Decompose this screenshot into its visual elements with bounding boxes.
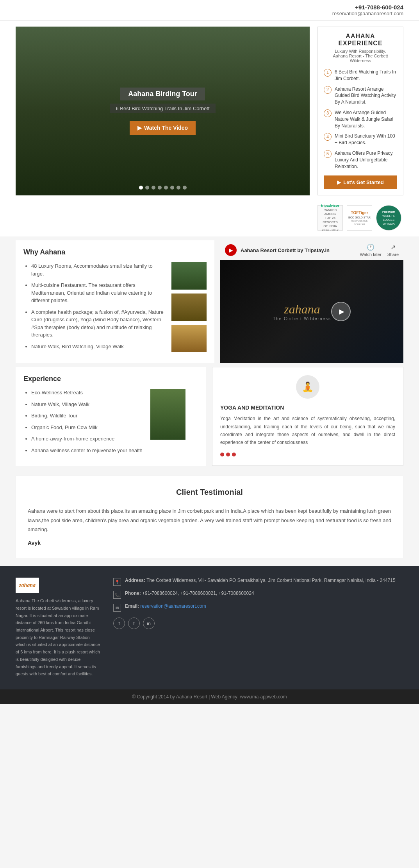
experience-images xyxy=(150,389,185,458)
yoga-text: Yoga Meditation is the art and science o… xyxy=(220,415,395,447)
header-email: reservation@aahanaresort.com xyxy=(332,11,403,16)
why-images xyxy=(171,262,207,354)
experience-box-item: 2Aahana Resort Arrange Guided Bird Watch… xyxy=(324,86,397,106)
hero-dot-1[interactable] xyxy=(139,186,143,190)
testimonial-author: Avyk xyxy=(28,540,391,546)
hero-dot-3[interactable] xyxy=(152,186,155,190)
award-wildlife: PREMIUM WILDLIFE LODGES OF INDIA xyxy=(376,205,401,231)
hero-dot-6[interactable] xyxy=(170,186,174,190)
play-button[interactable] xyxy=(331,302,351,321)
hero-subtitle-box: 6 Best Bird Watching Trails In Jim Corbe… xyxy=(110,104,215,113)
hero-video-container: Aahana Birding Tour 6 Best Bird Watching… xyxy=(16,27,310,195)
hero-dot-2[interactable] xyxy=(145,186,149,190)
why-image-1 xyxy=(171,262,207,290)
share-icon: ↗ xyxy=(390,243,396,251)
footer-social: f t in xyxy=(113,617,403,629)
experience-box-item: 3We Also Arrange Guided Nature Walk & Ju… xyxy=(324,109,397,129)
why-aahana-inner: 48 Luxury Rooms, Accommodates small size… xyxy=(23,262,207,354)
video-section: ▶ Aahana Resort Corbett by Tripstay.in 🕐… xyxy=(220,240,403,363)
yoga-dots xyxy=(220,453,395,456)
experience-box-item: 4Mini Bird Sanctuary With 100 + Bird Spe… xyxy=(324,133,397,146)
yoga-dot-1 xyxy=(220,453,224,456)
footer-description: Aahana The Corbett wilderness, a luxury … xyxy=(16,597,102,678)
why-aahana-item: Multi-cuisine Restaurant. The restaurant… xyxy=(31,281,164,304)
testimonial-text: Aahana were to start from about this pla… xyxy=(28,506,391,534)
youtube-icon: ▶ xyxy=(225,244,237,256)
footer-email-link[interactable]: reservation@aahanaresort.com xyxy=(140,603,206,609)
experience-title: AAHANA EXPERIENCE xyxy=(324,33,397,47)
why-image-2 xyxy=(171,294,207,321)
header-contact: +91-7088-600-024 reservation@aahanaresor… xyxy=(332,4,403,16)
experience-box-item: 5Aahana Offers Pure Privacy, Luxury And … xyxy=(324,150,397,170)
video-actions: 🕐 Watch later ↗ Share xyxy=(360,243,399,257)
two-col-top: Why Aahana 48 Luxury Rooms, Accommodates… xyxy=(16,240,403,363)
video-player[interactable]: zahana The Corbett Wilderness xyxy=(220,260,403,363)
main-row-2: Experience Eco-Wellness RetreatsNature W… xyxy=(0,363,419,472)
hero-dots xyxy=(139,186,187,190)
hero-dot-8[interactable] xyxy=(183,186,187,190)
yoga-dot-3 xyxy=(232,453,236,456)
experience-image xyxy=(150,389,185,440)
video-logo-sub: The Corbett Wilderness xyxy=(273,317,331,321)
experience-item: A home-away-from-home experience xyxy=(31,435,143,443)
award-toft: TOFTiger ECO GOLD STAR RESPONSIBLE TOURI… xyxy=(347,205,372,231)
twitter-button[interactable]: t xyxy=(128,617,140,629)
why-aahana-panel: Why Aahana 48 Luxury Rooms, Accommodates… xyxy=(16,240,214,363)
experience-inner: Eco-Wellness RetreatsNature Walk, Villag… xyxy=(23,389,198,458)
watch-video-button[interactable]: Watch The Video xyxy=(130,121,196,135)
copyright: © Copyright 2014 by Aahana Resort | Web … xyxy=(0,689,419,704)
hero-title-box: Aahana Birding Tour xyxy=(120,88,205,100)
footer-contact: 📍 Address: The Corbett Wilderness, Vill-… xyxy=(113,578,403,678)
experience-list-items: Eco-Wellness RetreatsNature Walk, Villag… xyxy=(23,389,143,458)
video-title: Aahana Resort Corbett by Tripstay.in xyxy=(241,247,356,253)
experience-subtitle: Luxury With Responsibility. Aahana Resor… xyxy=(324,49,397,63)
testimonial-title: Client Testimonial xyxy=(28,488,391,497)
footer-email: ✉ Email: reservation@aahanaresort.com xyxy=(113,603,403,612)
video-top-bar: ▶ Aahana Resort Corbett by Tripstay.in 🕐… xyxy=(220,240,403,260)
footer-phone: 📞 Phone: +91-7088600024, +91-7088600021,… xyxy=(113,591,403,599)
footer-inner: zahana Aahana The Corbett wilderness, a … xyxy=(16,578,403,678)
award-tripadvisor: tripadvisor RANKED AMONG TOP 25 RESORTS … xyxy=(317,205,343,231)
clock-icon: 🕐 xyxy=(367,243,374,251)
hero-dot-7[interactable] xyxy=(177,186,180,190)
yoga-panel: 🧘 YOGA AND MEDITATION Yoga Meditation is… xyxy=(212,367,403,466)
experience-box: AAHANA EXPERIENCE Luxury With Responsibi… xyxy=(317,27,403,195)
experience-item: Birding, Wildlife Tour xyxy=(31,412,143,420)
awards-section: tripadvisor RANKED AMONG TOP 25 RESORTS … xyxy=(0,201,419,236)
lets-started-button[interactable]: Let's Get Started xyxy=(324,175,397,189)
experience-item: Nature Walk, Village Walk xyxy=(31,401,143,408)
testimonial-section: Client Testimonial Aahana were to start … xyxy=(16,476,403,558)
why-aahana-title: Why Aahana xyxy=(23,248,207,256)
experience-panel: Experience Eco-Wellness RetreatsNature W… xyxy=(16,367,206,466)
experience-list: 16 Best Bird Watching Trails In Jim Corb… xyxy=(324,69,397,170)
yoga-icon: 🧘 xyxy=(296,375,319,399)
why-aahana-item: Nature Walk, Bird Watching, Village Walk xyxy=(31,343,164,351)
hero-overlay: Aahana Birding Tour 6 Best Bird Watching… xyxy=(16,27,310,195)
why-aahana-item: A complete health package; a fusion of, … xyxy=(31,308,164,339)
footer-address: 📍 Address: The Corbett Wilderness, Vill-… xyxy=(113,578,403,586)
linkedin-button[interactable]: in xyxy=(143,617,155,629)
yoga-dot-2 xyxy=(226,453,230,456)
header-phone: +91-7088-600-024 xyxy=(332,4,403,11)
video-logo-text: zahana xyxy=(273,302,331,317)
watch-later-button[interactable]: 🕐 Watch later xyxy=(360,243,381,257)
yoga-title: YOGA AND MEDITATION xyxy=(220,404,395,411)
hero-section: Aahana Birding Tour 6 Best Bird Watching… xyxy=(0,21,419,201)
page-header: +91-7088-600-024 reservation@aahanaresor… xyxy=(0,0,419,21)
main-row-1: Why Aahana 48 Luxury Rooms, Accommodates… xyxy=(0,236,419,363)
footer: zahana Aahana The Corbett wilderness, a … xyxy=(0,566,419,689)
video-logo: zahana The Corbett Wilderness xyxy=(273,302,331,321)
video-player-inner: zahana The Corbett Wilderness xyxy=(220,260,403,363)
experience-item: Organic Food, Pure Cow Milk xyxy=(31,424,143,431)
hero-dot-5[interactable] xyxy=(164,186,168,190)
why-aahana-list: 48 Luxury Rooms, Accommodates small size… xyxy=(23,262,164,354)
share-button[interactable]: ↗ Share xyxy=(387,243,399,257)
hero-title: Aahana Birding Tour xyxy=(128,90,197,98)
experience-title-label: Experience xyxy=(23,375,198,383)
two-col-bottom: Experience Eco-Wellness RetreatsNature W… xyxy=(16,367,403,466)
facebook-button[interactable]: f xyxy=(113,617,125,629)
footer-logo-image: zahana xyxy=(16,578,39,593)
experience-item: Eco-Wellness Retreats xyxy=(31,389,143,397)
hero-dot-4[interactable] xyxy=(158,186,162,190)
footer-logo-section: zahana Aahana The Corbett wilderness, a … xyxy=(16,578,102,678)
